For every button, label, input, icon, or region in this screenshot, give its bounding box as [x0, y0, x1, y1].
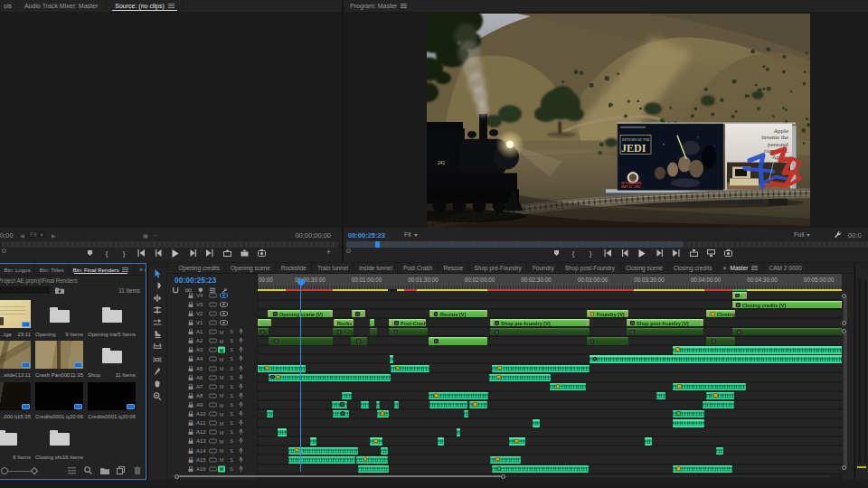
tool-selection[interactable]	[152, 267, 164, 279]
solo-button[interactable]: S	[228, 347, 235, 352]
tab-source[interactable]: Source: (no clips)	[107, 0, 183, 12]
tool-slip[interactable]	[152, 342, 164, 353]
sequence-tab[interactable]: × Shop pre-Foundry	[469, 263, 527, 273]
sync-lock-toggle[interactable]	[209, 375, 217, 380]
transport-go-to-in[interactable]	[603, 249, 612, 258]
playhead-line[interactable]	[300, 286, 301, 472]
transport-extract[interactable]	[706, 249, 715, 258]
mute-button[interactable]: M	[218, 338, 225, 344]
track-header[interactable]: A2 M S	[167, 336, 257, 345]
sync-lock-toggle[interactable]	[209, 403, 217, 408]
timeline-clip[interactable]	[489, 374, 551, 381]
playback-resolution-select[interactable]: Full	[794, 231, 810, 238]
mute-button[interactable]: M	[218, 456, 225, 463]
mute-button[interactable]: M	[218, 447, 225, 454]
sequence-tab[interactable]: × Rescue	[439, 263, 469, 273]
voiceover-mic-icon[interactable]	[237, 347, 244, 353]
timeline-clip[interactable]	[457, 428, 460, 436]
lock-icon[interactable]	[187, 365, 194, 371]
timeline-clip[interactable]	[429, 392, 488, 399]
timeline-clip[interactable]	[361, 401, 370, 408]
transport-export-frame[interactable]	[257, 249, 266, 258]
timeline-clip[interactable]	[550, 383, 587, 390]
timeline-clip[interactable]: Rocks	[334, 319, 354, 326]
timeline-clip[interactable]	[394, 401, 399, 408]
lock-icon[interactable]	[187, 356, 194, 362]
track-header[interactable]: A16 M S	[167, 465, 257, 474]
panel-menu-icon[interactable]	[401, 4, 407, 8]
sequence-tab[interactable]: × Train tunnel	[312, 263, 354, 273]
lock-icon[interactable]	[187, 420, 194, 427]
mute-button[interactable]: M	[218, 374, 225, 380]
voiceover-mic-icon[interactable]	[237, 338, 244, 344]
lock-icon[interactable]	[187, 456, 194, 463]
voiceover-mic-icon[interactable]	[237, 465, 244, 472]
track-header[interactable]: V3 M S	[167, 300, 257, 309]
folder-up-icon[interactable]	[55, 286, 64, 294]
mute-button[interactable]: M	[218, 356, 225, 362]
lock-icon[interactable]	[187, 292, 194, 298]
sync-lock-toggle[interactable]	[209, 357, 217, 361]
timeline-clip[interactable]	[645, 437, 652, 445]
timeline-clip[interactable]	[716, 447, 723, 455]
voiceover-mic-icon[interactable]	[237, 383, 244, 389]
sequence-tab[interactable]: × Foundry	[527, 263, 560, 273]
timeline-clip[interactable]: Post-Crash [	[389, 319, 426, 326]
horizontal-scrollbar[interactable]	[172, 474, 830, 479]
timeline-clip[interactable]	[257, 319, 271, 326]
sync-lock-toggle[interactable]	[209, 348, 217, 352]
sync-lock-toggle[interactable]	[209, 412, 217, 417]
transport-insert[interactable]	[222, 249, 231, 258]
transport-go-to-out[interactable]	[672, 249, 681, 258]
timeline-clip[interactable]	[389, 328, 428, 335]
voiceover-mic-icon[interactable]	[237, 429, 244, 436]
lock-icon[interactable]	[187, 347, 194, 353]
transport-go-to-out[interactable]	[205, 249, 214, 258]
solo-button[interactable]: S	[228, 420, 235, 426]
tool-pen[interactable]	[152, 366, 164, 378]
track-header[interactable]: A9 M S	[167, 400, 257, 409]
solo-button[interactable]: S	[228, 438, 235, 444]
vertical-scrollbar[interactable]	[843, 291, 847, 471]
lock-icon[interactable]	[187, 402, 194, 408]
solo-button[interactable]: S	[228, 402, 235, 408]
sync-lock-toggle[interactable]	[209, 293, 217, 297]
timeline-clip[interactable]	[278, 428, 287, 436]
transport-go-to-in[interactable]	[137, 249, 146, 258]
mute-button[interactable]: M	[218, 402, 225, 408]
lock-icon[interactable]	[187, 374, 194, 380]
sync-lock-toggle[interactable]	[209, 448, 217, 453]
tool-slide[interactable]	[152, 353, 164, 365]
project-bin-tab[interactable]: Bin: Titles	[35, 264, 69, 275]
mute-button[interactable]: M	[218, 438, 225, 445]
timeline-clip[interactable]: Rescue [V]	[429, 310, 488, 317]
transport-play[interactable]	[171, 249, 180, 258]
voiceover-mic-icon[interactable]	[237, 411, 244, 418]
tool-ripple-edit[interactable]	[152, 292, 164, 304]
voiceover-mic-icon[interactable]	[237, 438, 244, 445]
voiceover-mic-icon[interactable]	[237, 374, 244, 380]
tool-zoom[interactable]	[152, 390, 164, 402]
timeline-clip[interactable]	[438, 437, 444, 445]
solo-button[interactable]: S	[228, 384, 235, 389]
track-header[interactable]: A6 M S	[167, 373, 257, 382]
sync-lock-toggle[interactable]	[209, 466, 217, 471]
lock-icon[interactable]	[187, 329, 194, 335]
mute-button[interactable]: M	[218, 365, 225, 371]
lock-icon[interactable]	[187, 411, 194, 418]
close-icon[interactable]: ×	[723, 265, 727, 271]
sync-lock-toggle[interactable]	[209, 384, 217, 389]
timeline-clip[interactable]	[703, 401, 734, 408]
timeline-clip[interactable]	[376, 401, 380, 408]
timeline-clip[interactable]	[370, 328, 377, 335]
tool-track-select[interactable]	[152, 280, 164, 292]
sequence-tab[interactable]: × Master	[718, 263, 764, 273]
solo-button[interactable]: S	[228, 411, 235, 417]
track-header[interactable]: V4 M S	[167, 291, 257, 300]
solo-button[interactable]: S	[228, 366, 235, 371]
solo-button[interactable]: S	[228, 457, 235, 463]
solo-button[interactable]: S	[228, 375, 235, 380]
lock-icon[interactable]	[187, 383, 194, 389]
timeline-clip[interactable]	[288, 447, 358, 455]
project-bin-tab[interactable]: Bin: Final Renders	[69, 264, 134, 275]
